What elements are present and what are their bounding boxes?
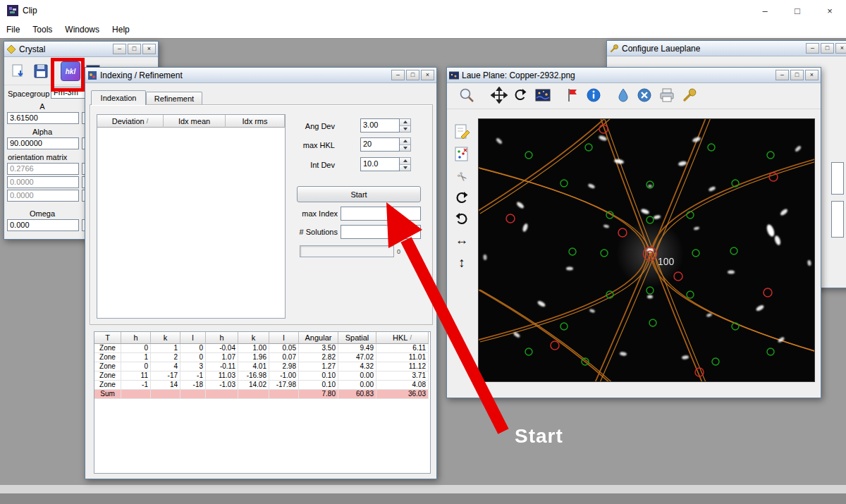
spots-icon[interactable] (453, 145, 471, 164)
column-header-spatial[interactable]: Spatial (338, 332, 376, 344)
omega-field[interactable]: 0.000 (7, 219, 79, 231)
column-header-t[interactable]: T (94, 332, 121, 344)
crystal-titlebar[interactable]: Crystal – □ × (4, 42, 158, 57)
alpha-header: Alpha (4, 128, 80, 136)
main-titlebar[interactable]: Clip – □ × (0, 0, 846, 21)
alpha-field[interactable]: 90.00000 (7, 137, 79, 149)
solutions-count-input[interactable] (341, 225, 421, 239)
rotate-ccw-icon[interactable] (453, 210, 471, 228)
spin-value[interactable]: 3.00 (360, 118, 400, 133)
column-header-l2[interactable]: l (269, 332, 299, 344)
tab-indexation[interactable]: Indexation (91, 90, 146, 105)
minimize-button[interactable]: – (776, 70, 789, 80)
load-icon[interactable] (8, 61, 28, 81)
laue-image-canvas[interactable]: 100 (478, 118, 815, 382)
max-hkl-spinbox[interactable]: 20 (360, 137, 411, 152)
maximize-button[interactable]: □ (406, 70, 419, 80)
minimize-button[interactable]: – (391, 70, 405, 80)
spin-up-icon[interactable] (400, 138, 410, 145)
max-index-input[interactable] (341, 207, 421, 221)
maximize-button[interactable]: □ (790, 70, 804, 80)
flip-horizontal-icon[interactable] (453, 231, 471, 250)
indexing-titlebar[interactable]: Indexing / Refinement – □ × (85, 68, 436, 83)
wrench-icon[interactable] (681, 87, 698, 104)
pan-icon[interactable] (491, 87, 508, 104)
spin-down-icon[interactable] (400, 125, 410, 133)
header-label: l (192, 333, 193, 342)
cell: 4 (151, 362, 180, 371)
zoom-icon[interactable] (458, 87, 475, 104)
status-strip (0, 485, 846, 493)
column-header-l1[interactable]: l (180, 332, 206, 344)
cell: 1 (151, 344, 180, 353)
table-row[interactable]: Zone043-0.114.012.981.274.3211.12 (94, 362, 430, 371)
cell-a-field[interactable]: 3.61500 (7, 112, 79, 124)
delete-icon[interactable] (636, 87, 653, 104)
spin-value[interactable]: 10.0 (360, 157, 400, 171)
column-header-h1[interactable]: h (121, 332, 151, 344)
cell: -17.98 (269, 381, 299, 390)
header-label: k (164, 333, 168, 342)
table-row[interactable]: Zone-114-18-1.0314.02-17.980.100.004.08 (94, 381, 430, 390)
close-button[interactable]: × (421, 70, 434, 80)
marker-pin-icon[interactable] (615, 87, 632, 104)
image-thumbnail-icon[interactable] (534, 87, 551, 104)
spin-value[interactable]: 20 (360, 137, 400, 152)
menu-help[interactable]: Help (106, 22, 136, 37)
maximize-button[interactable]: □ (821, 43, 834, 54)
spin-up-icon[interactable] (400, 119, 410, 125)
laue-titlebar[interactable]: Laue Plane: Copper-2932.png – □ × (447, 68, 821, 83)
minimize-button[interactable]: – (749, 0, 781, 21)
minimize-button[interactable]: – (113, 44, 126, 54)
cut-icon[interactable] (453, 168, 471, 186)
image-icon (449, 70, 459, 80)
cell: 11.03 (206, 371, 238, 381)
maximize-button[interactable]: □ (128, 44, 141, 54)
matrix-cell: 0.0000 (7, 190, 79, 202)
column-header-deviation[interactable]: Deviation / (97, 115, 164, 128)
flip-vertical-icon[interactable] (453, 254, 471, 272)
cell (269, 390, 299, 399)
header-label: Angular (305, 333, 332, 342)
column-header-hkl[interactable]: HKL/ (376, 332, 429, 344)
info-icon[interactable] (585, 87, 602, 104)
table-row-sum[interactable]: Sum7.8060.8336.03 (94, 390, 430, 399)
laue-diffraction-pattern: 100 (479, 119, 814, 381)
int-dev-spinbox[interactable]: 10.0 (360, 157, 411, 171)
close-button[interactable]: × (142, 44, 156, 54)
close-button[interactable]: × (835, 43, 846, 54)
minimize-button[interactable]: – (806, 43, 819, 54)
spin-down-icon[interactable] (400, 164, 410, 171)
spin-up-icon[interactable] (400, 158, 410, 164)
tab-refinement[interactable]: Refinement (146, 92, 202, 105)
cell-a-header: A (4, 102, 80, 111)
print-icon[interactable] (658, 87, 675, 104)
menu-windows[interactable]: Windows (59, 22, 106, 37)
close-button[interactable]: × (805, 70, 819, 80)
cell: Sum (94, 390, 121, 399)
save-icon[interactable] (31, 61, 51, 81)
table-row[interactable]: Zone11-17-111.03-16.98-1.000.100.003.71 (94, 371, 430, 381)
menu-tools[interactable]: Tools (26, 22, 59, 37)
menu-file[interactable]: File (0, 22, 26, 37)
rotate-icon[interactable] (512, 87, 529, 104)
configure-titlebar[interactable]: Configure Laueplane – □ × (607, 41, 846, 56)
orientation-matrix-label: orientation matrix (8, 153, 67, 161)
column-header-idx-mean[interactable]: Idx mean (164, 115, 226, 128)
column-header-angular[interactable]: Angular (299, 332, 338, 344)
table-row[interactable]: Zone010-0.041.000.053.509.496.11 (94, 344, 430, 353)
maximize-button[interactable]: □ (781, 0, 814, 21)
column-header-k1[interactable]: k (151, 332, 180, 344)
column-header-idx-rms[interactable]: Idx rms (226, 115, 285, 128)
start-button[interactable]: Start (297, 186, 421, 202)
column-header-k2[interactable]: k (238, 332, 269, 344)
close-button[interactable]: × (814, 0, 846, 21)
flag-icon[interactable] (564, 87, 581, 104)
ang-dev-spinbox[interactable]: 3.00 (360, 118, 411, 133)
annotate-icon[interactable] (453, 123, 471, 141)
column-header-h2[interactable]: h (206, 332, 238, 344)
spin-down-icon[interactable] (400, 145, 410, 152)
table-row[interactable]: Zone1201.071.960.072.8247.0211.01 (94, 353, 430, 362)
cell: 0 (180, 353, 206, 362)
rotate-cw-icon[interactable] (453, 189, 471, 207)
